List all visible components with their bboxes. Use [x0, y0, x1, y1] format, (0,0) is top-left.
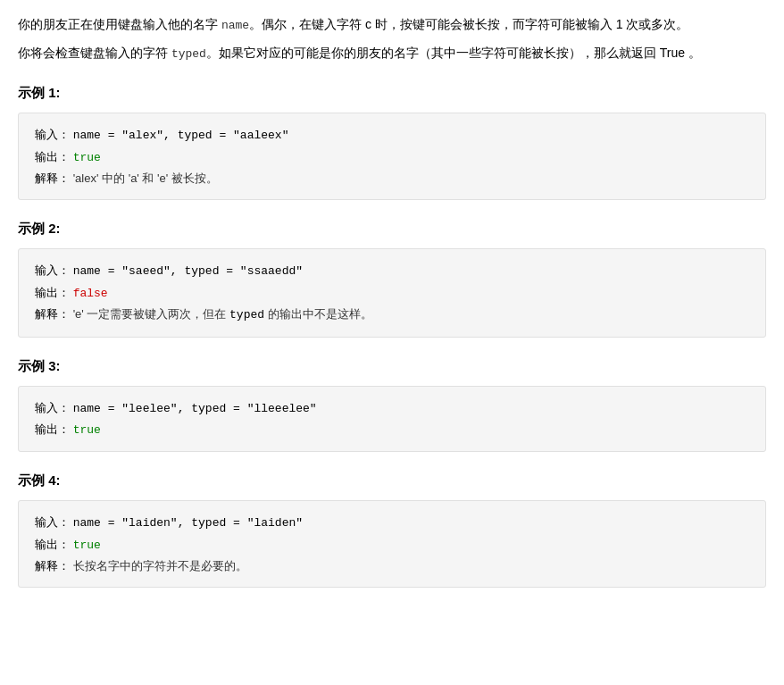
description-line-1: 你的朋友正在使用键盘输入他的名字 name。偶尔，在键入字符 c 时，按键可能会…	[18, 14, 766, 36]
example-title-3: 示例 3:	[18, 355, 766, 377]
examples-container: 示例 1:输入： name = "alex", typed = "aaleex"…	[18, 82, 766, 588]
example-box-1: 输入： name = "alex", typed = "aaleex"输出： t…	[18, 113, 766, 200]
example-section-2: 示例 2:输入： name = "saeed", typed = "ssaaed…	[18, 218, 766, 337]
example-explain-2: 解释： 'e' 一定需要被键入两次，但在 typed 的输出中不是这样。	[35, 304, 749, 325]
desc1-name: name	[221, 19, 249, 32]
desc2-typed: typed	[171, 47, 206, 61]
example-section-1: 示例 1:输入： name = "alex", typed = "aaleex"…	[18, 82, 766, 200]
example-box-4: 输入： name = "laiden", typed = "laiden"输出：…	[18, 500, 766, 588]
example-output-2: 输出： false	[35, 282, 749, 304]
example-title-4: 示例 4:	[18, 470, 766, 491]
example-input-4: 输入： name = "laiden", typed = "laiden"	[35, 512, 749, 533]
example-output-4: 输出： true	[35, 534, 749, 556]
example-title-2: 示例 2:	[18, 218, 766, 239]
example-title-1: 示例 1:	[18, 82, 766, 104]
desc2-suffix: 。如果它对应的可能是你的朋友的名字（其中一些字符可能被长按），那么就返回 Tru…	[206, 46, 701, 60]
example-explain-4: 解释： 长按名字中的字符并不是必要的。	[35, 556, 749, 576]
desc1-suffix: 。偶尔，在键入字符 c 时，按键可能会被长按，而字符可能被输入 1 次或多次。	[249, 17, 688, 31]
desc1-prefix: 你的朋友正在使用键盘输入他的名字	[18, 17, 221, 31]
desc2-prefix: 你将会检查键盘输入的字符	[18, 46, 171, 60]
example-box-3: 输入： name = "leelee", typed = "lleeelee"输…	[18, 386, 766, 453]
description-line-2: 你将会检查键盘输入的字符 typed。如果它对应的可能是你的朋友的名字（其中一些…	[18, 43, 766, 64]
example-input-3: 输入： name = "leelee", typed = "lleeelee"	[35, 397, 749, 419]
description-block: 你的朋友正在使用键盘输入他的名字 name。偶尔，在键入字符 c 时，按键可能会…	[18, 14, 766, 64]
example-section-3: 示例 3:输入： name = "leelee", typed = "lleee…	[18, 355, 766, 453]
example-input-1: 输入： name = "alex", typed = "aaleex"	[35, 124, 749, 146]
example-output-1: 输出： true	[35, 146, 749, 168]
example-section-4: 示例 4:输入： name = "laiden", typed = "laide…	[18, 470, 766, 588]
example-box-2: 输入： name = "saeed", typed = "ssaaedd"输出：…	[18, 248, 766, 337]
example-output-3: 输出： true	[35, 419, 749, 440]
example-input-2: 输入： name = "saeed", typed = "ssaaedd"	[35, 260, 749, 281]
example-explain-1: 解释： 'alex' 中的 'a' 和 'e' 被长按。	[35, 168, 749, 188]
